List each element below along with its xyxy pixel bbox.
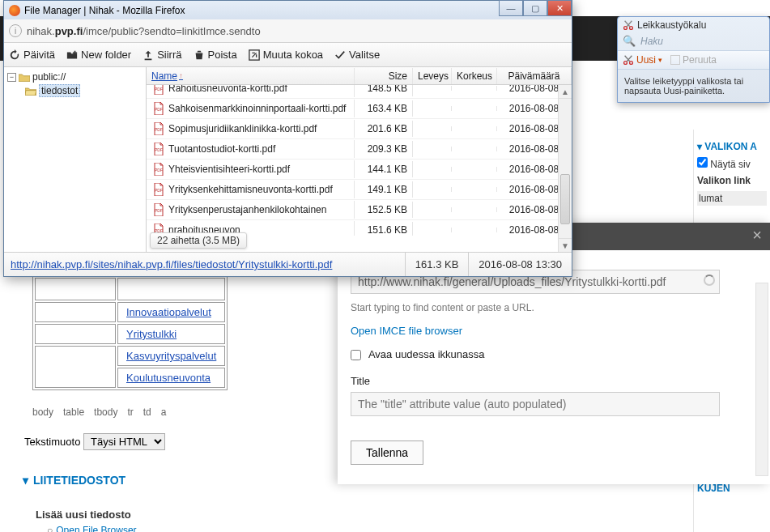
snip-new-button[interactable]: Uusi ▾ bbox=[623, 54, 662, 66]
pdf-file-icon: PDF bbox=[153, 122, 164, 135]
firefox-icon bbox=[9, 5, 20, 16]
search-icon: 🔍 bbox=[623, 35, 636, 47]
file-row[interactable]: PDFRahoitusneuvonta-kortti.pdf148.5 KB20… bbox=[147, 85, 572, 99]
editor-element-path: bodytabletbodytrtda bbox=[32, 406, 176, 418]
snipping-tool-window: Leikkaustyökalu 🔍 Haku Uusi ▾ Peruuta Va… bbox=[617, 16, 770, 103]
pdf-file-icon: PDF bbox=[153, 85, 164, 95]
col-header-date[interactable]: Päivämäärä bbox=[497, 68, 572, 84]
scroll-down-icon[interactable]: ▼ bbox=[559, 238, 572, 252]
snip-titlebar[interactable]: Leikkaustyökalu bbox=[618, 17, 769, 33]
scissors-icon bbox=[623, 54, 634, 66]
new-folder-button[interactable]: New folder bbox=[66, 49, 131, 61]
window-close-button[interactable]: ✕ bbox=[547, 0, 572, 16]
dialog-scrollbar[interactable] bbox=[755, 283, 768, 476]
file-count-summary: 22 aihetta (3.5 MB) bbox=[150, 232, 247, 249]
col-header-name[interactable]: Name↑ bbox=[147, 68, 355, 84]
file-list: Name↑ Size Leveys Korkeus Päivämäärä PDF… bbox=[147, 67, 572, 252]
tree-child-node[interactable]: tiedostot bbox=[7, 83, 143, 98]
file-row[interactable]: PDFYrityksenkehittamisneuvonta-kortti.pd… bbox=[147, 180, 572, 200]
svg-text:PDF: PDF bbox=[155, 147, 163, 152]
upload-icon bbox=[143, 49, 154, 61]
title-field-label: Title bbox=[351, 375, 757, 387]
col-header-height[interactable]: Korkeus bbox=[452, 68, 497, 84]
attachments-accordion[interactable]: ▾LIITETIEDOSTOT bbox=[23, 474, 125, 487]
file-manager-statusbar: http://nihak.pvp.fi/sites/nihak.pvp.fi/f… bbox=[4, 252, 572, 276]
file-row[interactable]: PDFSahkoisenmarkkinoinninportaali-kortti… bbox=[147, 99, 572, 119]
pdf-file-icon: PDF bbox=[153, 183, 164, 196]
pdf-file-icon: PDF bbox=[153, 143, 164, 155]
site-info-icon[interactable]: i bbox=[9, 24, 22, 37]
window-minimize-button[interactable]: — bbox=[499, 0, 523, 16]
window-maximize-button[interactable]: ▢ bbox=[523, 0, 547, 16]
col-header-width[interactable]: Leveys bbox=[413, 68, 452, 84]
selected-file-date: 2016-08-08 13:30 bbox=[468, 253, 572, 276]
add-file-heading: Lisää uusi tiedosto bbox=[36, 509, 131, 521]
resize-button[interactable]: Muuta kokoa bbox=[249, 49, 323, 61]
svg-text:PDF: PDF bbox=[155, 168, 163, 172]
file-row[interactable]: PDFTuotantostudiot-kortti.pdf209.3 KB201… bbox=[147, 139, 572, 160]
open-new-window-label: Avaa uudessa ikkunassa bbox=[368, 348, 485, 360]
selected-file-size: 161.3 KB bbox=[405, 253, 469, 276]
resize-icon bbox=[249, 49, 260, 61]
folder-open-icon bbox=[25, 87, 36, 96]
firefox-window: File Manager | Nihak - Mozilla Firefox —… bbox=[3, 0, 572, 277]
content-link[interactable]: Kasvuyrityspalvelut bbox=[126, 350, 216, 362]
link-title-input[interactable] bbox=[351, 392, 720, 416]
pdf-file-icon: PDF bbox=[153, 163, 164, 176]
scissors-icon bbox=[623, 19, 634, 31]
svg-point-1 bbox=[630, 27, 633, 30]
refresh-icon bbox=[9, 49, 20, 61]
scroll-up-icon[interactable]: ▲ bbox=[559, 85, 572, 99]
loading-spinner-icon bbox=[704, 275, 715, 286]
open-imce-browser-link[interactable]: Open IMCE file browser bbox=[351, 325, 462, 337]
check-icon bbox=[334, 49, 346, 61]
content-link[interactable]: Yritystulkki bbox=[126, 328, 177, 340]
snip-instruction-text: Valitse leiketyyppi valikosta tai napsau… bbox=[618, 70, 769, 102]
new-folder-icon bbox=[66, 49, 78, 61]
window-title: File Manager | Nihak - Mozilla Firefox bbox=[24, 5, 185, 16]
folder-tree: − public:// tiedostot bbox=[4, 67, 147, 252]
open-new-window-checkbox[interactable] bbox=[351, 350, 361, 360]
close-icon[interactable]: × bbox=[752, 226, 762, 245]
trash-icon bbox=[194, 49, 205, 61]
svg-point-3 bbox=[630, 62, 633, 65]
content-link[interactable]: Innovaatiopalvelut bbox=[126, 306, 211, 318]
refresh-button[interactable]: Päivitä bbox=[9, 49, 55, 61]
pdf-file-icon: PDF bbox=[153, 203, 164, 216]
text-format-label: Tekstimuoto bbox=[24, 436, 80, 448]
folder-icon bbox=[19, 73, 30, 82]
snip-cancel-button: Peruuta bbox=[670, 54, 717, 66]
svg-text:PDF: PDF bbox=[155, 87, 163, 92]
file-list-scrollbar[interactable]: ▲ ▼ bbox=[558, 85, 572, 252]
open-file-browser-link[interactable]: Open File Browser bbox=[56, 525, 136, 532]
file-row[interactable]: PDFYhteisvientisihteeri-kortti.pdf144.1 … bbox=[147, 160, 572, 180]
address-bar[interactable]: i nihak.pvp.fi/imce/public?sendto=linkit… bbox=[4, 19, 572, 43]
move-button[interactable]: Siirrä bbox=[143, 49, 181, 61]
window-titlebar[interactable]: File Manager | Nihak - Mozilla Firefox —… bbox=[4, 1, 572, 19]
file-row[interactable]: PDFYrityksenperustajanhenkilokohtainen15… bbox=[147, 200, 572, 220]
file-manager-toolbar: Päivitä New folder Siirrä Poista Muuta k… bbox=[4, 43, 572, 67]
text-format-select[interactable]: Täysi HTML bbox=[83, 433, 165, 450]
pdf-file-icon: PDF bbox=[153, 102, 164, 115]
show-in-menu-checkbox[interactable] bbox=[697, 157, 708, 168]
col-header-size[interactable]: Size bbox=[355, 68, 413, 84]
svg-text:PDF: PDF bbox=[155, 107, 163, 112]
svg-point-2 bbox=[624, 62, 627, 65]
select-button[interactable]: Valitse bbox=[334, 49, 380, 61]
delete-button[interactable]: Poista bbox=[194, 49, 237, 61]
url-hint-text: Start typing to find content or paste a … bbox=[351, 302, 757, 313]
scroll-thumb[interactable] bbox=[560, 174, 570, 224]
file-row[interactable]: PDFSopimusjuridiikanklinikka-kortti.pdf2… bbox=[147, 119, 572, 139]
selected-file-path[interactable]: http://nihak.pvp.fi/sites/nihak.pvp.fi/f… bbox=[4, 258, 405, 270]
editor-content-table: Innovaatiopalvelut Yritystulkki Kasvuyri… bbox=[32, 275, 228, 390]
svg-text:PDF: PDF bbox=[155, 127, 163, 132]
svg-text:PDF: PDF bbox=[155, 188, 163, 193]
svg-point-0 bbox=[624, 27, 627, 30]
tree-root-node[interactable]: − public:// bbox=[7, 70, 143, 83]
save-button[interactable]: Tallenna bbox=[351, 440, 423, 465]
svg-text:PDF: PDF bbox=[155, 208, 163, 213]
snip-search-placeholder[interactable]: Haku bbox=[640, 36, 663, 47]
tree-collapse-icon[interactable]: − bbox=[7, 73, 16, 82]
content-link[interactable]: Koulutusneuvonta bbox=[126, 372, 211, 384]
